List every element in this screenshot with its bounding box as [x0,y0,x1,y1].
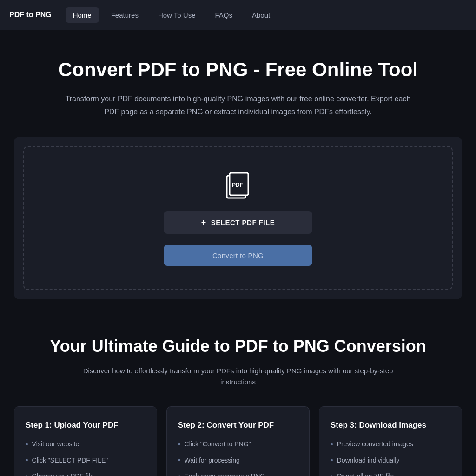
nav-links: Home Features How To Use FAQs About [66,7,278,23]
hero-title: Convert PDF to PNG - Free Online Tool [14,58,462,81]
convert-button[interactable]: Convert to PNG [164,245,312,266]
main-content: Convert PDF to PNG - Free Online Tool Tr… [0,30,476,476]
step-2-item-1: Click "Convert to PNG" [178,439,298,450]
steps-grid: Step 1: Upload Your PDF Visit our websit… [14,406,462,476]
step-1-item-1: Visit our website [26,439,145,450]
guide-title: Your Ultimate Guide to PDF to PNG Conver… [14,337,462,356]
nav-link-home[interactable]: Home [66,7,99,23]
nav-link-how-to-use[interactable]: How To Use [151,7,203,23]
guide-subtitle: Discover how to effortlessly transform y… [75,365,401,388]
svg-text:PDF: PDF [232,182,243,188]
step-3-item-3: Or get all as ZIP file [331,471,450,476]
select-pdf-button[interactable]: + SELECT PDF FILE [164,211,312,234]
nav-link-about[interactable]: About [245,7,278,23]
step-card-2: Step 2: Convert Your PDF Click "Convert … [166,406,310,476]
step-1-list: Visit our website Click "SELECT PDF FILE… [26,439,145,476]
nav-link-features[interactable]: Features [104,7,146,23]
step-1-item-2: Click "SELECT PDF FILE" [26,455,145,465]
navbar: PDF to PNG Home Features How To Use FAQs… [0,0,476,30]
hero-subtitle: Transform your PDF documents into high-q… [61,93,415,118]
nav-link-faqs[interactable]: FAQs [207,7,240,23]
plus-icon: + [201,218,206,227]
step-3-title: Step 3: Download Images [331,421,450,430]
upload-container: PDF + SELECT PDF FILE Convert to PNG [14,137,462,299]
step-2-title: Step 2: Convert Your PDF [178,421,298,430]
pdf-icon: PDF [223,170,253,200]
step-2-list: Click "Convert to PNG" Wait for processi… [178,439,298,476]
nav-brand: PDF to PNG [9,11,52,19]
step-2-item-3: Each page becomes a PNG [178,471,298,476]
step-3-list: Preview converted images Download indivi… [331,439,450,476]
step-1-item-3: Choose your PDF file [26,471,145,476]
convert-label: Convert to PNG [212,251,264,259]
guide-section: Your Ultimate Guide to PDF to PNG Conver… [14,327,462,476]
step-card-1: Step 1: Upload Your PDF Visit our websit… [14,406,157,476]
step-3-item-2: Download individually [331,455,450,465]
step-1-title: Step 1: Upload Your PDF [26,421,145,430]
step-2-item-2: Wait for processing [178,455,298,465]
step-3-item-1: Preview converted images [331,439,450,450]
select-pdf-label: SELECT PDF FILE [211,218,275,226]
step-card-3: Step 3: Download Images Preview converte… [319,406,462,476]
upload-box: PDF + SELECT PDF FILE Convert to PNG [23,146,453,290]
